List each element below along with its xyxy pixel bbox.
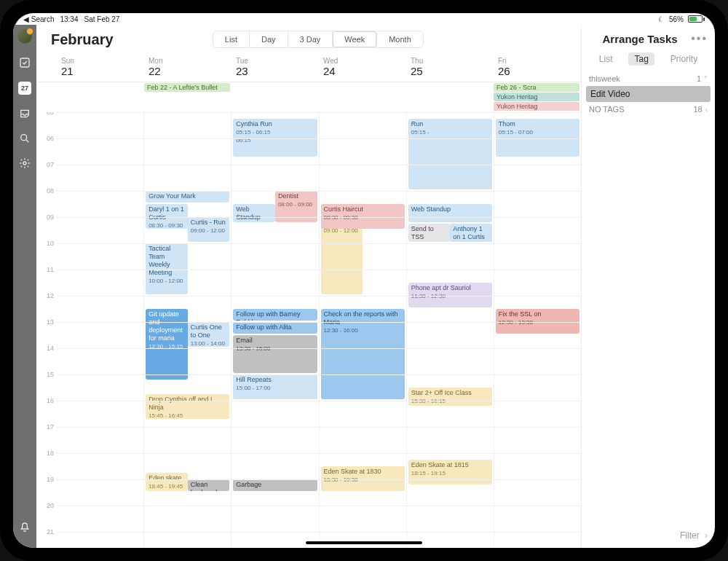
chevron-right-icon: › (705, 530, 708, 541)
day-header[interactable]: Mon22 (144, 54, 232, 82)
calendar-event[interactable]: Clean backyard (188, 479, 230, 491)
calendar-event[interactable]: Eden skate18:45 - 19:45 (146, 473, 188, 491)
allday-event[interactable]: Yukon Heritag (494, 102, 579, 111)
calendar-event[interactable]: Tactical Team Weekly Meeting10:00 - 12:0… (146, 243, 188, 294)
breadcrumb-back[interactable]: ◀ Search (23, 15, 54, 23)
day-header[interactable]: Tue23 (232, 54, 319, 82)
calendar-event[interactable]: Grow Your Mark (146, 191, 229, 203)
bell-icon[interactable] (19, 522, 31, 533)
battery-icon (688, 15, 705, 23)
calendar-event[interactable]: Hill Repeats15:00 - 17:00 (233, 374, 317, 399)
allday-event[interactable]: Yukon Heritag (494, 93, 579, 101)
arrange-panel: Arrange Tasks ••• List Tag Priority this… (581, 25, 715, 548)
calendar-event[interactable]: Git update and deployment for maria12:30… (146, 309, 188, 380)
calendar-event[interactable]: Email13:30 - 15:00 (233, 335, 317, 373)
day-header[interactable]: Fri26 (494, 54, 581, 82)
tag-group-header[interactable]: thisweek1˅ (582, 71, 715, 86)
calendar-event[interactable]: Web Standup (408, 204, 492, 222)
calendar-icon[interactable]: 27 (18, 82, 31, 95)
status-date: Sat Feb 27 (84, 15, 120, 23)
moon-icon: ☾ (658, 15, 665, 23)
tag-group-header[interactable]: NO TAGS18‹ (582, 102, 715, 117)
inbox-icon[interactable] (19, 108, 31, 119)
avatar[interactable] (17, 29, 32, 44)
calendar-event[interactable]: Curtis Haircut08:30 - 09:30 (321, 204, 405, 229)
svg-point-1 (21, 135, 27, 141)
view-week[interactable]: Week (333, 31, 377, 47)
calendar-event[interactable]: Star 2+ Off Ice Class15:30 - 16:15 (408, 388, 492, 406)
calendar-event[interactable]: Eden Skate at 183018:30 - 19:30 (321, 466, 405, 491)
task-item[interactable]: Edit Video (586, 86, 711, 102)
calendar-event[interactable]: Follow up with Barney Rubble (233, 309, 317, 321)
calendar-event[interactable]: Garbage (233, 479, 317, 491)
calendar-event[interactable]: Thom05:15 - 07:00 (496, 119, 579, 157)
calendar-event[interactable]: Curtis - Run09:00 - 12:00 (188, 217, 230, 242)
tab-priority[interactable]: Priority (665, 52, 703, 66)
view-month[interactable]: Month (377, 31, 423, 47)
nav-rail: 27 (13, 25, 36, 548)
calendar-event[interactable]: Eden Skate at 181518:15 - 19:15 (408, 460, 492, 484)
allday-event[interactable]: Feb 26 - Scra (494, 83, 579, 92)
view-segmented: List Day 3 Day Week Month (213, 31, 424, 48)
allday-event[interactable]: Feb 22 - A Leftie's Bullet (144, 83, 230, 92)
calendar-event[interactable]: Fix the SSL on12:30 - 13:30 (496, 309, 579, 334)
view-day[interactable]: Day (250, 31, 288, 47)
day-headers: Sun21Mon22Tue23Wed24Thu25Fri26 (36, 54, 581, 82)
calendar-event[interactable]: Run05:15 - (408, 119, 492, 189)
gear-icon[interactable] (19, 157, 31, 169)
day-header[interactable]: Thu25 (406, 54, 494, 82)
calendar-event[interactable]: Anthony 1 on 1 Curtis (450, 224, 492, 242)
checkbox-icon[interactable] (19, 57, 31, 68)
calendar-grid[interactable]: 0506070809101112131415161718192021 Grow … (36, 112, 581, 548)
calendar-event[interactable]: Follow up with Alita (233, 322, 317, 334)
filter-button[interactable]: Filter (680, 530, 700, 541)
search-icon[interactable] (19, 133, 31, 144)
battery-pct: 56% (669, 15, 684, 23)
calendar-event[interactable]: Send to TSS (408, 224, 451, 242)
view-list[interactable]: List (213, 31, 250, 47)
calendar-event[interactable]: Phone apt dr Sauriol11:30 - 12:30 (408, 283, 492, 307)
day-header[interactable]: Wed24 (319, 54, 406, 82)
calendar-event[interactable]: Cynthia Run05:15 - 06:1506:15 (233, 119, 317, 157)
more-icon[interactable]: ••• (691, 32, 708, 45)
calendar-event[interactable]: Curtis One to One13:00 - 14:00 (188, 322, 230, 347)
calendar-event[interactable]: Daryl 1 on 1 Curtis08:30 - 09:30 (146, 204, 188, 229)
allday-row: Feb 22 - A Leftie's BulletFeb 26 - ScraY… (36, 82, 581, 112)
svg-point-2 (23, 162, 26, 165)
calendar-event[interactable]: Drop Cynthia off and L Ninja15:45 - 16:4… (146, 394, 229, 419)
arrange-title: Arrange Tasks (589, 33, 691, 45)
page-title: February (51, 31, 114, 48)
tab-list[interactable]: List (593, 52, 619, 66)
svg-rect-0 (20, 58, 29, 67)
status-time: 13:34 (60, 15, 78, 23)
day-header[interactable]: Sun21 (57, 54, 144, 82)
home-indicator (306, 541, 422, 544)
tab-tag[interactable]: Tag (628, 52, 654, 66)
view-3day[interactable]: 3 Day (288, 31, 333, 47)
calendar-event[interactable]: Web Standup (233, 204, 275, 222)
status-bar: ◀ Search 13:34 Sat Feb 27 ☾ 56% (13, 13, 715, 25)
